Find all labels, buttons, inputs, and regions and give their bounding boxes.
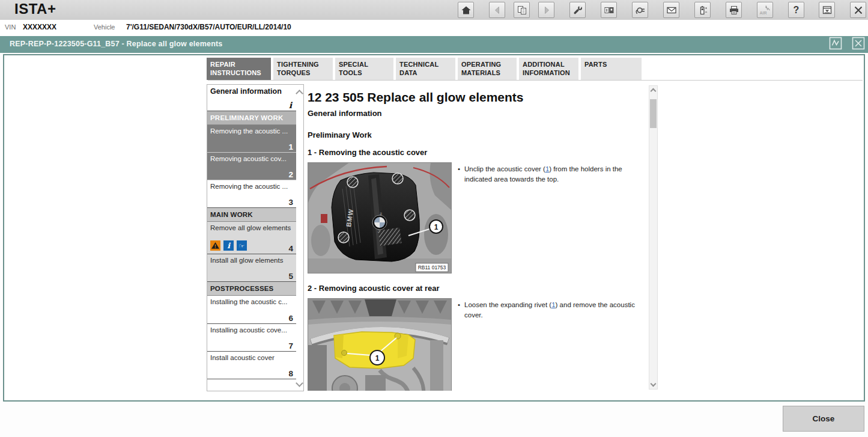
close-icon [852,37,865,52]
step-number: 7 [288,341,293,350]
document-title: REP-REP-P-1223505-G11_B57 - Replace all … [10,40,223,48]
tab-special-tools[interactable]: SPECIAL TOOLS [335,58,393,80]
vin-value: XXXXXXX [23,23,56,31]
tab-label: PARTS [584,61,607,68]
step-number: 3 [288,198,293,207]
battery-button[interactable] [694,2,711,18]
tab-technical-data[interactable]: TECHNICAL DATA [396,58,455,80]
forward-arrow-icon [541,5,552,16]
operations-list-button[interactable] [514,2,530,18]
warning-icon[interactable] [210,240,220,252]
tab-tightening-torques[interactable]: TIGHTENING TORQUES [273,58,333,80]
sidebar-item-step-3[interactable]: Removing the acoustic ... 3 [207,180,296,208]
sidebar-item-label: Install acoustic cover [210,354,275,361]
sidebar-item-step-8[interactable]: Install acoustic cover 8 [207,352,296,379]
info-icon[interactable]: i [223,240,234,252]
workshop-tools-button[interactable] [569,2,586,18]
instruction-text: Unclip the acoustic cover ( [464,165,545,173]
forward-button[interactable] [538,2,554,18]
sidebar-item-label: Install all glow elements [210,257,283,264]
measuring-devices-icon [604,5,615,16]
preliminary-work-heading: Preliminary Work [308,130,372,139]
tab-repair-instructions[interactable]: REPAIR INSTRUCTIONS [207,58,271,80]
tab-label: REPAIR INSTRUCTIONS [210,61,261,76]
ista-application-window: ISTA+ AIR ? VIN X [0,0,868,437]
sidebar-item-step-4[interactable]: Remove all glow elements i ☞ 4 [207,222,296,254]
vin-label: VIN [5,23,16,31]
content-scrollbar[interactable] [649,85,658,390]
print-button[interactable] [726,2,742,18]
sidebar-header-preliminary-work: PRELIMINARY WORK [207,111,296,125]
tab-operating-materials[interactable]: OPERATING MATERIALS [458,58,517,80]
app-title: ISTA+ [14,1,56,17]
tab-divider [208,80,863,81]
step2-instruction: Loosen the expanding rivet (1) and remov… [458,300,648,320]
sidebar-item-step-7[interactable]: Installing acoustic cove... 7 [207,324,296,352]
tab-additional-information[interactable]: ADDITIONAL INFORMATION [519,58,578,80]
home-button[interactable] [458,2,474,18]
tab-label: TIGHTENING TORQUES [277,61,319,76]
sidebar-scroll-up-icon[interactable] [296,90,303,97]
sidebar-item-general-information[interactable]: General information i [207,85,296,111]
sidebar-item-label: General information [210,87,282,96]
callout-1-label: 1 [375,354,380,362]
sidebar-item-step-2[interactable]: Removing acoustic cov... 2 [207,153,296,180]
tab-parts[interactable]: PARTS [581,58,642,80]
printer-icon [729,5,739,16]
minimize-window-button[interactable] [819,2,835,18]
air-button[interactable]: AIR [757,2,773,18]
vehicle-value: 7'/G11/SEDAN/730dX/B57/AUTO/EUR/LL/2014/… [126,23,291,31]
vehicle-label: Vehicle [94,23,115,31]
signal-button[interactable] [829,38,842,51]
help-button[interactable]: ? [788,2,804,18]
hand-pointer-icon[interactable]: ☞ [237,240,247,252]
sidebar-item-label: Removing the acoustic ... [210,183,288,190]
operations-list-icon [517,5,527,16]
sidebar-item-label: Installing the acoustic c... [210,298,287,305]
connection-button[interactable] [632,2,648,18]
sidebar-item-label: Installing acoustic cove... [210,326,287,334]
step-number: 8 [288,369,293,378]
sidebar-item-step-5[interactable]: Install all glow elements 5 [207,254,296,282]
step1-heading: 1 - Removing the acoustic cover [308,148,427,157]
messages-button[interactable] [663,2,679,18]
procedure-step-list: General information i PRELIMINARY WORK R… [207,84,304,391]
step-number: 4 [288,244,293,253]
scroll-down-button[interactable] [649,380,657,389]
figure-caption: RB11 01753 [418,264,446,270]
air-icon: AIR [760,5,771,16]
step-number: 2 [288,170,293,179]
sidebar-item-step-1[interactable]: Removing the acoustic ... 1 [207,125,296,153]
chevron-up-icon [651,88,657,94]
close-icon [853,5,864,16]
sidebar-item-step-6[interactable]: Installing the acoustic c... 6 [207,296,296,324]
sidebar-header-main-work: MAIN WORK [207,208,296,222]
sidebar-item-label: Removing the acoustic ... [210,127,288,135]
close-document-button[interactable] [852,38,865,51]
step-number: 1 [288,142,293,151]
tab-label: ADDITIONAL INFORMATION [523,61,570,76]
document-heading: 12 23 505 Replace all glow elements [308,90,524,105]
wrench-icon [572,5,583,16]
step1-figure: BMW TwinPower Turbo 1 RB11 01753 [308,162,452,274]
step1-instruction: Unclip the acoustic cover (1) from the h… [458,164,648,185]
back-arrow-icon [492,5,503,16]
back-button[interactable] [489,2,505,18]
minimize-window-icon [822,5,833,16]
bullet-marker [458,300,464,320]
tab-label: OPERATING MATERIALS [461,61,501,76]
measuring-devices-button[interactable] [601,2,617,18]
step-number: 5 [288,272,293,281]
sidebar-scroll-down-icon[interactable] [296,379,303,387]
scroll-up-button[interactable] [649,86,657,94]
sidebar-item-label: Removing acoustic cov... [210,155,287,162]
home-icon [461,5,472,16]
signal-icon [829,37,842,52]
close-button[interactable]: Close [783,406,864,432]
bullet-marker [458,164,464,185]
callout-1-label: 1 [434,223,439,231]
instruction-text: Loosen the expanding rivet ( [464,301,551,308]
scrollbar-thumb[interactable] [650,99,657,128]
close-app-button[interactable] [850,2,866,18]
step2-heading: 2 - Removing acoustic cover at rear [308,284,440,293]
